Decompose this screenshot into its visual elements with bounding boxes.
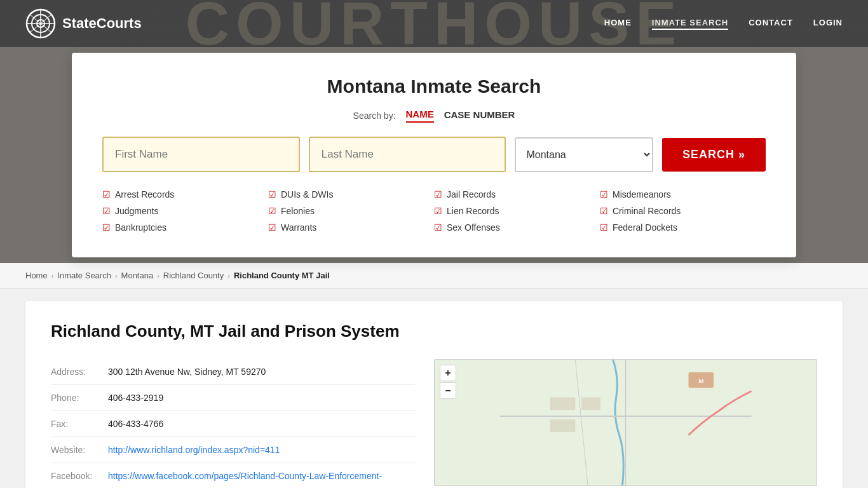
breadcrumb-montana[interactable]: Montana [121, 271, 154, 280]
facebook-link[interactable]: https://www.facebook.com/pages/Richland-… [108, 471, 382, 481]
check-icon: ☑ [102, 206, 111, 216]
facebook-row: Facebook: https://www.facebook.com/pages… [51, 463, 415, 488]
website-link[interactable]: http://www.richland.org/index.aspx?nid=4… [108, 445, 280, 455]
facebook-label: Facebook: [51, 471, 108, 481]
check-icon: ☑ [268, 222, 276, 233]
check-misdemeanors: ☑ Misdemeanors [600, 187, 766, 201]
last-name-input[interactable] [309, 137, 506, 172]
check-icon: ☑ [600, 189, 608, 200]
tab-name[interactable]: NAME [406, 109, 434, 123]
search-inputs-row: Montana Alabama Alaska Arizona Arkansas … [102, 137, 766, 172]
search-by-row: Search by: NAME CASE NUMBER [102, 109, 766, 123]
content-title: Richland County, MT Jail and Prison Syst… [51, 322, 817, 341]
check-sex-offenses: ☑ Sex Offenses [434, 220, 600, 234]
check-icon: ☑ [434, 206, 442, 216]
tab-case-number[interactable]: CASE NUMBER [444, 109, 515, 122]
phone-value: 406-433-2919 [108, 393, 163, 403]
check-label: DUIs & DWIs [281, 189, 333, 200]
svg-rect-13 [550, 397, 576, 410]
address-row: Address: 300 12th Avenue Nw, Sidney, MT … [51, 359, 415, 385]
breadcrumb-sep-3: › [157, 272, 159, 280]
checkboxes-row: ☑ Arrest Records ☑ DUIs & DWIs ☑ Jail Re… [102, 187, 766, 234]
breadcrumb-sep-2: › [115, 272, 118, 280]
nav-home[interactable]: HOME [604, 18, 632, 30]
phone-row: Phone: 406-433-2919 [51, 385, 415, 411]
check-icon: ☑ [434, 222, 442, 233]
phone-label: Phone: [51, 393, 108, 403]
svg-rect-14 [581, 397, 600, 410]
check-label: Criminal Records [613, 206, 681, 216]
website-row: Website: http://www.richland.org/index.a… [51, 437, 415, 463]
main-content: Richland County, MT Jail and Prison Syst… [0, 288, 868, 488]
logo-icon [25, 8, 56, 39]
map-svg: M [435, 360, 817, 485]
breadcrumb-home[interactable]: Home [25, 271, 48, 280]
fax-value: 406-433-4766 [108, 419, 163, 429]
breadcrumb-sep-1: › [51, 272, 54, 280]
info-left: Address: 300 12th Avenue Nw, Sidney, MT … [51, 359, 434, 488]
svg-text:M: M [698, 377, 703, 384]
breadcrumb-inmate-search[interactable]: Inmate Search [57, 271, 111, 280]
check-label: Misdemeanors [613, 189, 671, 200]
main-nav: HOME INMATE SEARCH CONTACT LOGIN [604, 18, 843, 30]
search-card-title: Montana Inmate Search [102, 76, 766, 97]
check-duis-dwis: ☑ DUIs & DWIs [268, 187, 434, 201]
check-label: Judgments [115, 206, 158, 216]
breadcrumb: Home › Inmate Search › Montana › Richlan… [0, 263, 868, 288]
check-icon: ☑ [102, 189, 111, 200]
nav-login[interactable]: LOGIN [813, 18, 843, 30]
check-criminal-records: ☑ Criminal Records [600, 204, 766, 218]
search-card: Montana Inmate Search Search by: NAME CA… [72, 53, 796, 257]
address-value: 300 12th Avenue Nw, Sidney, MT 59270 [108, 367, 266, 377]
check-jail-records: ☑ Jail Records [434, 187, 600, 201]
check-felonies: ☑ Felonies [268, 204, 434, 218]
website-label: Website: [51, 445, 108, 455]
check-bankruptcies: ☑ Bankruptcies [102, 220, 268, 234]
nav-inmate-search[interactable]: INMATE SEARCH [652, 18, 728, 30]
check-label: Lien Records [447, 206, 499, 216]
map-zoom-in[interactable]: + [440, 365, 456, 381]
svg-rect-15 [550, 419, 576, 432]
info-grid: Address: 300 12th Avenue Nw, Sidney, MT … [51, 359, 817, 488]
search-by-label: Search by: [353, 111, 396, 121]
check-label: Warrants [281, 222, 316, 233]
check-federal-dockets: ☑ Federal Dockets [600, 220, 766, 234]
map-controls: + − [440, 365, 456, 399]
check-label: Sex Offenses [447, 222, 500, 233]
header: COURTHOUSE StateCourts HOME INMATE SEARC… [0, 0, 868, 47]
breadcrumb-richland-county[interactable]: Richland County [163, 271, 224, 280]
state-select[interactable]: Montana Alabama Alaska Arizona Arkansas … [515, 137, 653, 172]
check-label: Jail Records [447, 189, 496, 200]
logo-text: StateCourts [62, 15, 142, 32]
check-label: Bankruptcies [115, 222, 166, 233]
breadcrumb-sep-4: › [227, 272, 230, 280]
content-card: Richland County, MT Jail and Prison Syst… [25, 301, 843, 488]
check-icon: ☑ [102, 222, 111, 233]
search-button[interactable]: SEARCH » [662, 138, 766, 172]
check-icon: ☑ [434, 189, 442, 200]
map-container: + − M [434, 359, 817, 486]
check-lien-records: ☑ Lien Records [434, 204, 600, 218]
map-zoom-out[interactable]: − [440, 383, 456, 399]
breadcrumb-current: Richland County MT Jail [234, 271, 330, 280]
check-arrest-records: ☑ Arrest Records [102, 187, 268, 201]
address-label: Address: [51, 367, 108, 377]
logo-link[interactable]: StateCourts [25, 8, 142, 39]
check-warrants: ☑ Warrants [268, 220, 434, 234]
fax-row: Fax: 406-433-4766 [51, 411, 415, 437]
fax-label: Fax: [51, 419, 108, 429]
nav-contact[interactable]: CONTACT [749, 18, 793, 30]
check-icon: ☑ [600, 222, 608, 233]
hero-section: COURTHOUSE Montana Inmate Search Search … [0, 47, 868, 263]
check-icon: ☑ [600, 206, 608, 216]
check-label: Felonies [281, 206, 315, 216]
check-icon: ☑ [268, 206, 276, 216]
check-judgments: ☑ Judgments [102, 204, 268, 218]
check-icon: ☑ [268, 189, 276, 200]
check-label: Federal Dockets [613, 222, 677, 233]
check-label: Arrest Records [115, 189, 174, 200]
first-name-input[interactable] [102, 137, 300, 172]
